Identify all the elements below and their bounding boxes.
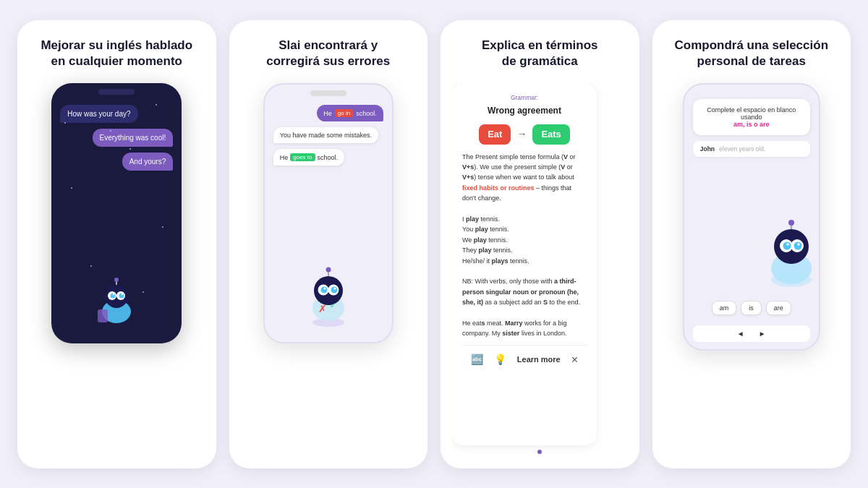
card-3-title: Explica en términosde gramática <box>482 38 598 71</box>
task-highlight: am, is o are <box>733 121 770 128</box>
grammar-title: Wrong agreement <box>462 104 587 117</box>
robot-2: ✗ ✓ <box>299 263 357 331</box>
next-arrow[interactable]: ► <box>759 330 766 338</box>
task-prompt: Complete el espacio en blanco usando am,… <box>693 99 810 135</box>
chip-am[interactable]: am <box>712 301 737 315</box>
dot-1 <box>537 450 542 454</box>
svg-point-9 <box>114 278 119 282</box>
bubble-1: How was your day? <box>60 105 137 123</box>
card-1: Mejorar su inglés habladoen cualquier mo… <box>17 20 216 468</box>
corrected-bubble: He goes to school. <box>273 149 344 166</box>
svg-point-21 <box>326 267 331 273</box>
dot-indicator <box>452 450 628 454</box>
grammar-body: The Present simple tense formula (V or V… <box>462 152 587 339</box>
svg-point-34 <box>788 220 794 226</box>
close-icon[interactable]: × <box>571 351 578 369</box>
chat-area-2: He go in school. You have made some mist… <box>265 85 392 173</box>
card-2: Slai encontrará ycorregirá sus errores H… <box>229 20 428 468</box>
correct-badge: Eats <box>532 124 569 145</box>
svg-rect-10 <box>98 309 108 322</box>
correction-bubble: You have made some mistakes. <box>273 127 378 143</box>
robot-1-svg <box>90 272 142 326</box>
card-4-title: Compondrá una selecciónpersonal de tarea… <box>674 38 828 71</box>
he-text: He <box>280 154 289 161</box>
svg-point-31 <box>786 244 789 247</box>
main-container: Mejorar su inglés habladoen cualquier mo… <box>0 0 868 488</box>
phone-dark: How was your day? Everything was cool! A… <box>51 83 182 343</box>
svg-point-6 <box>113 294 114 295</box>
bubble-2: Everything was cool! <box>93 129 174 147</box>
svg-point-17 <box>331 287 337 294</box>
task-placeholder: eleven years old. <box>719 145 765 153</box>
goes-to-tag: goes to <box>290 153 315 161</box>
task-input-row: John eleven years old. <box>693 141 810 157</box>
svg-point-7 <box>122 294 123 295</box>
svg-point-18 <box>323 288 326 290</box>
learn-more-button[interactable]: Learn more <box>517 354 561 366</box>
phone-task: Complete el espacio en blanco usando am,… <box>683 83 820 351</box>
error-text2: school. <box>356 110 377 117</box>
svg-text:✓: ✓ <box>330 301 336 309</box>
robot-1 <box>90 272 142 329</box>
grammar-bottom-bar: 🔤 💡 Learn more × <box>462 345 587 374</box>
chip-is[interactable]: is <box>741 301 762 315</box>
card-2-title: Slai encontrará ycorregirá sus errores <box>266 38 390 71</box>
error-tag: go in <box>335 109 353 117</box>
john-label: John <box>700 145 715 153</box>
error-row: Eat → Eats <box>462 124 587 145</box>
grammar-panel: Grammar: Wrong agreement Eat → Eats The … <box>452 83 597 445</box>
svg-point-19 <box>333 288 336 290</box>
svg-point-16 <box>320 287 327 294</box>
svg-text:✗: ✗ <box>318 303 327 314</box>
error-bubble: He go in school. <box>317 105 383 121</box>
robot-3-svg <box>761 216 820 288</box>
school-text: school. <box>318 154 339 161</box>
svg-point-29 <box>783 242 791 250</box>
svg-point-32 <box>797 244 800 247</box>
grammar-label: Grammar: <box>462 93 587 103</box>
svg-point-30 <box>793 242 801 250</box>
arrow-icon: → <box>516 127 527 142</box>
error-text: He <box>323 110 332 117</box>
chip-are[interactable]: are <box>766 301 791 315</box>
bubble-3: And yours? <box>122 153 174 171</box>
grammar-wrapper: Grammar: Wrong agreement Eat → Eats The … <box>452 83 628 453</box>
card-3: Explica en términosde gramática Grammar:… <box>441 20 639 468</box>
card-1-title: Mejorar su inglés habladoen cualquier mo… <box>41 38 192 71</box>
robot-3 <box>761 216 820 291</box>
translate-icon[interactable]: 🔤 <box>471 352 483 367</box>
nav-arrows: ◄ ► <box>693 325 810 342</box>
phone-light: He go in school. You have made some mist… <box>263 83 393 343</box>
robot-2-svg: ✗ ✓ <box>299 263 357 328</box>
word-chips: am is are <box>684 295 819 321</box>
prev-arrow[interactable]: ◄ <box>737 330 744 338</box>
bulb-icon[interactable]: 💡 <box>494 352 506 367</box>
chat-area-1: How was your day? Everything was cool! A… <box>51 83 182 178</box>
card-4: Compondrá una selecciónpersonal de tarea… <box>652 20 851 468</box>
wrong-badge: Eat <box>479 124 511 145</box>
task-prompt-text: Complete el espacio en blanco usando <box>707 106 796 121</box>
